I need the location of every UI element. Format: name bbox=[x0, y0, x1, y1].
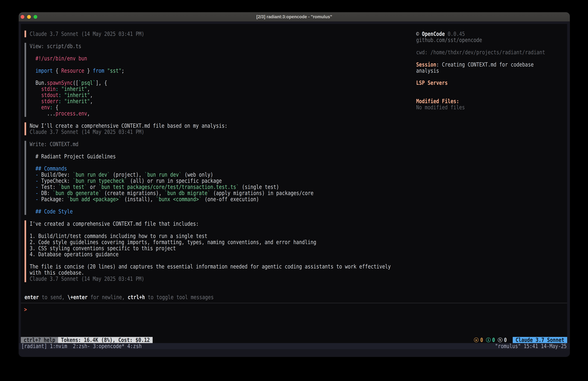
sidebar-app-header: © OpenCode 0.0.45 bbox=[416, 31, 465, 37]
code-line: stdout: "inherit", bbox=[36, 92, 93, 98]
message-text: I've created a comprehensive CONTEXT.md … bbox=[30, 221, 199, 227]
terminal-content: Claude 3.7 Sonnet (14 May 2025 03:41 PM)… bbox=[21, 24, 567, 343]
terminal-window: [2/3] radiant:3:opencode - "romulus" Cla… bbox=[19, 12, 570, 357]
message-accent-bar bbox=[24, 122, 26, 135]
w-counter-icon: w bbox=[474, 337, 479, 342]
sidebar-lsp-header: LSP Servers bbox=[416, 80, 448, 86]
message-text: 2. Code style guidelines covering import… bbox=[30, 239, 316, 245]
code-line: #!/usr/bin/env bun bbox=[36, 55, 87, 62]
tmux-host-clock: "romulus" 15:41 14-May-25 bbox=[495, 343, 567, 349]
code-line: ...process.env, bbox=[36, 111, 90, 116]
i-counter-value: 0 bbox=[492, 337, 495, 343]
message-timestamp: Claude 3.7 Sonnet (14 May 2025 03:41 PM) bbox=[30, 31, 144, 37]
markdown-line: - DB: `bun db generate` (create migratio… bbox=[36, 190, 314, 196]
help-badge: ctrl+? help bbox=[21, 337, 58, 343]
markdown-line: - Test: `bun test` or `bun test packages… bbox=[36, 184, 279, 190]
sidebar-cwd: cwd: /home/thdxr/dev/projects/radiant/ra… bbox=[416, 49, 545, 55]
code-line: stderr: "inherit", bbox=[36, 98, 93, 104]
code-line: env: { bbox=[36, 104, 58, 111]
markdown-line: - Build/Dev: `bun run dev` (project), `b… bbox=[36, 172, 213, 178]
message-text: with this codebase. bbox=[30, 269, 84, 276]
sidebar-modified-header: Modified Files: bbox=[416, 98, 459, 104]
tool-title: View: script/db.ts bbox=[30, 43, 81, 49]
markdown-line: # Radiant Project Guidelines bbox=[36, 153, 116, 159]
message-timestamp: Claude 3.7 Sonnet (14 May 2025 03:41 PM) bbox=[30, 276, 144, 282]
message-text: 1. Build/lint/test commands including ho… bbox=[30, 233, 207, 239]
h-counter-value: 0 bbox=[504, 337, 507, 343]
i-counter-icon: i bbox=[486, 337, 491, 342]
message-text: 4. Database operations guidance bbox=[30, 251, 119, 257]
model-badge: Claude 3.7 Sonnet bbox=[513, 337, 567, 343]
message-text: 3. CSS styling conventions specific to t… bbox=[30, 245, 176, 251]
sidebar-repo-link: github.com/sst/opencode bbox=[416, 37, 482, 43]
code-line: Bun.spawnSync([`psql`], { bbox=[36, 80, 107, 86]
message-text: The file is concise (20 lines) and captu… bbox=[30, 264, 391, 269]
markdown-line: - Package: `bun add <package>` (install)… bbox=[36, 196, 259, 202]
tmux-status-bar: [radiant] 1:nvim 2:zsh- 3:opencode* 4:zs… bbox=[19, 343, 570, 349]
markdown-line: ## Commands bbox=[36, 165, 67, 172]
w-counter-value: 0 bbox=[480, 337, 483, 343]
status-bar: ctrl+? help Tokens: 16.4K (8%), Cost: $0… bbox=[21, 337, 567, 343]
tmux-session-windows: [radiant] 1:nvim 2:zsh- 3:opencode* 4:zs… bbox=[21, 343, 142, 349]
message-accent-bar bbox=[24, 43, 26, 117]
tool-title: Write: CONTEXT.md bbox=[30, 141, 78, 147]
input-separator bbox=[21, 303, 567, 303]
message-timestamp: Claude 3.7 Sonnet (14 May 2025 03:41 PM) bbox=[30, 129, 144, 135]
sidebar-session: Session: Creating CONTEXT.md for codebas… bbox=[416, 62, 534, 68]
sidebar-modified-empty: No modified files bbox=[416, 104, 465, 111]
message-text: Now I'll create a comprehensive CONTEXT.… bbox=[30, 123, 227, 129]
h-counter-icon: h bbox=[498, 337, 503, 342]
window-title: [2/3] radiant:3:opencode - "romulus" bbox=[19, 12, 570, 21]
keybind-hints: enter to send, \+enter for newline, ctrl… bbox=[24, 294, 214, 300]
message-accent-bar bbox=[24, 30, 26, 37]
markdown-line: ## Code Style bbox=[36, 208, 73, 215]
window-titlebar: [2/3] radiant:3:opencode - "romulus" bbox=[19, 12, 570, 22]
tokens-cost-badge: Tokens: 16.4K (8%), Cost: $0.12 bbox=[58, 337, 153, 343]
markdown-line: - TypeCheck: `bun run typecheck` (all) o… bbox=[36, 178, 222, 184]
code-line: import { Resource } from "sst"; bbox=[36, 68, 125, 74]
prompt-input[interactable]: > bbox=[24, 306, 27, 313]
code-line: stdin: "inherit", bbox=[36, 86, 90, 92]
message-accent-bar bbox=[24, 141, 26, 215]
sidebar-session: analysis bbox=[416, 68, 439, 74]
message-accent-bar bbox=[24, 220, 26, 282]
